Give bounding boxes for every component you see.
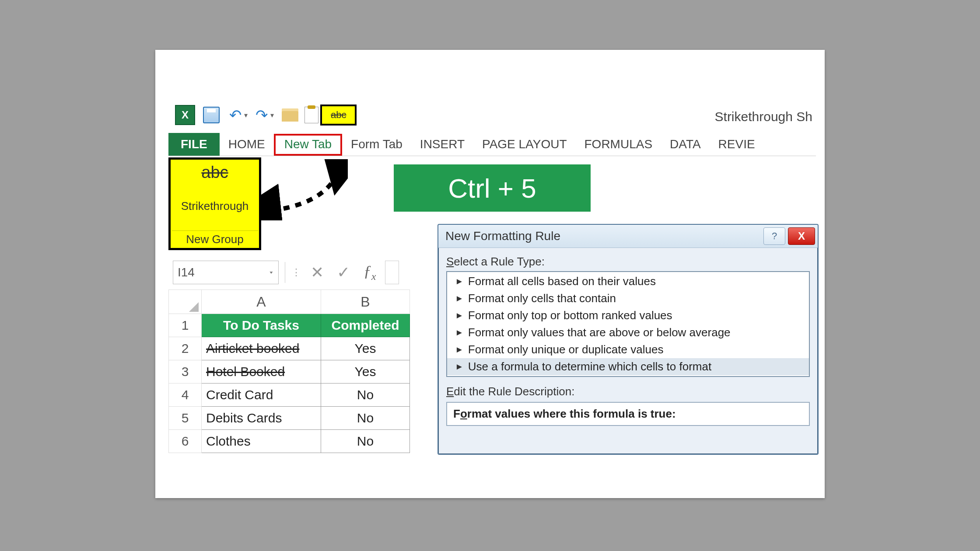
select-all-corner[interactable] <box>169 290 202 314</box>
row-header-1[interactable]: 1 <box>169 314 202 337</box>
cell-A6[interactable]: Clothes <box>202 430 321 453</box>
row-header-2[interactable]: 2 <box>169 337 202 360</box>
paste-icon[interactable] <box>304 107 318 123</box>
excel-logo-icon: X <box>175 105 195 125</box>
redo-icon[interactable]: ↷ <box>256 106 268 124</box>
tab-insert[interactable]: INSERT <box>411 134 473 156</box>
rule-type-section-label: Select a Rule Type: <box>446 255 810 269</box>
tab-form-tab[interactable]: Form Tab <box>342 134 411 156</box>
handle-dots-icon: ⋮ <box>291 267 302 278</box>
cancel-icon[interactable]: ✕ <box>306 262 328 283</box>
strikethrough-ribbon-group[interactable]: abc Strikethrough New Group <box>168 157 261 250</box>
document-title: Strikethrough Sh <box>715 109 812 124</box>
formula-input[interactable] <box>385 261 399 284</box>
cell-B4[interactable]: No <box>321 384 410 407</box>
rule-type-option[interactable]: ►Format all cells based on their values <box>447 273 809 290</box>
tab-new-tab[interactable]: New Tab <box>274 134 342 156</box>
strikethrough-qat-button[interactable]: abc <box>320 105 357 126</box>
save-icon[interactable] <box>203 107 220 123</box>
dialog-help-button[interactable]: ? <box>763 227 785 245</box>
ribbon-tabs: FILE HOME New Tab Form Tab INSERT PAGE L… <box>168 131 816 156</box>
rule-type-list: ►Format all cells based on their values … <box>446 271 810 377</box>
new-group-label: New Group <box>172 230 258 246</box>
rule-type-option-selected[interactable]: ►Use a formula to determine which cells … <box>447 358 809 375</box>
strikethrough-icon: abc <box>201 163 228 182</box>
rule-type-option[interactable]: ►Format only unique or duplicate values <box>447 341 809 358</box>
row-header-4[interactable]: 4 <box>169 384 202 407</box>
column-header-A[interactable]: A <box>202 290 321 314</box>
bullet-icon: ► <box>455 276 464 286</box>
rule-type-option[interactable]: ►Format only top or bottom ranked values <box>447 307 809 324</box>
rule-type-option[interactable]: ►Format only cells that contain <box>447 290 809 307</box>
quick-access-toolbar: X ↶ ▾ ↷ ▾ abc <box>175 102 357 128</box>
redo-dropdown-caret-icon[interactable]: ▾ <box>270 111 274 119</box>
cell-B6[interactable]: No <box>321 430 410 453</box>
open-folder-icon[interactable] <box>282 108 298 122</box>
tab-file[interactable]: FILE <box>168 133 220 156</box>
cell-A5[interactable]: Debits Cards <box>202 407 321 430</box>
name-box-caret-icon: ▼ <box>269 270 274 275</box>
cell-B2[interactable]: Yes <box>321 337 410 360</box>
name-box-value: I14 <box>178 265 195 279</box>
dialog-title: New Formatting Rule <box>445 229 560 243</box>
cell-B1[interactable]: Completed <box>321 314 410 337</box>
annotation-arrow-icon <box>260 159 348 220</box>
formula-bar: I14 ▼ ⋮ ✕ ✓ ƒx <box>173 261 399 284</box>
dialog-close-button[interactable]: X <box>788 227 815 245</box>
cell-B3[interactable]: Yes <box>321 360 410 384</box>
row-header-5[interactable]: 5 <box>169 407 202 430</box>
row-header-6[interactable]: 6 <box>169 430 202 453</box>
enter-icon[interactable]: ✓ <box>332 262 354 283</box>
cell-B5[interactable]: No <box>321 407 410 430</box>
spreadsheet: A B 1 To Do Tasks Completed 2 Airticket … <box>168 289 440 453</box>
dialog-body: Select a Rule Type: ►Format all cells ba… <box>438 248 818 433</box>
fx-icon[interactable]: ƒx <box>359 262 381 283</box>
stage: X ↶ ▾ ↷ ▾ abc Strikethrough Sh FILE HOME… <box>155 50 825 498</box>
strikethrough-label: Strikethrough <box>181 199 249 213</box>
bullet-icon: ► <box>455 345 464 355</box>
tab-home[interactable]: HOME <box>220 134 274 156</box>
rule-description-label: Edit the Rule Description: <box>446 385 810 398</box>
dialog-title-bar: New Formatting Rule ? X <box>438 225 818 248</box>
strikethrough-chip-text: abc <box>331 109 346 121</box>
rule-type-option[interactable]: ►Format only values that are above or be… <box>447 324 809 341</box>
bullet-icon: ► <box>455 310 464 321</box>
tab-review[interactable]: REVIE <box>710 134 764 156</box>
bullet-icon: ► <box>455 293 464 303</box>
cell-A3[interactable]: Hotel Booked <box>202 360 321 384</box>
tab-data[interactable]: DATA <box>661 134 710 156</box>
shortcut-callout: Ctrl + 5 <box>394 164 591 212</box>
bullet-icon: ► <box>455 362 464 372</box>
rule-description-box: Format values where this formula is true… <box>446 402 810 426</box>
row-header-3[interactable]: 3 <box>169 360 202 384</box>
tab-page-layout[interactable]: PAGE LAYOUT <box>473 134 575 156</box>
bullet-icon: ► <box>455 328 464 338</box>
tab-formulas[interactable]: FORMULAS <box>576 134 662 156</box>
cell-A1[interactable]: To Do Tasks <box>202 314 321 337</box>
cell-A4[interactable]: Credit Card <box>202 384 321 407</box>
cell-A2[interactable]: Airticket booked <box>202 337 321 360</box>
separator <box>285 262 285 283</box>
undo-icon[interactable]: ↶ <box>229 106 242 124</box>
column-header-B[interactable]: B <box>321 290 410 314</box>
name-box[interactable]: I14 ▼ <box>173 261 279 284</box>
new-formatting-rule-dialog: New Formatting Rule ? X Select a Rule Ty… <box>438 224 819 455</box>
undo-dropdown-caret-icon[interactable]: ▾ <box>244 111 248 119</box>
